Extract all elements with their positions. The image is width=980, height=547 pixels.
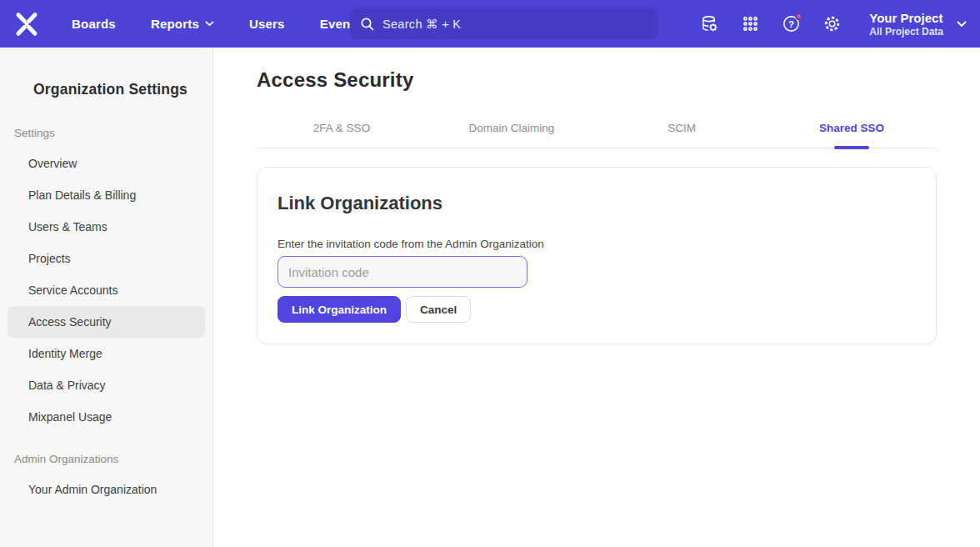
notification-dot <box>795 13 802 20</box>
search-input[interactable]: Search ⌘ + K <box>350 8 658 39</box>
sidebar-settings-list: Overview Plan Details & Billing Users & … <box>0 148 212 433</box>
nav-right-controls: ? Your Project All Project Data <box>699 10 980 38</box>
tab-2fa-sso[interactable]: 2FA & SSO <box>257 122 427 148</box>
mixpanel-logo[interactable] <box>0 12 53 37</box>
tab-label: Shared SSO <box>819 122 884 134</box>
sidebar-item-access-security[interactable]: Access Security <box>8 306 205 338</box>
help-icon[interactable]: ? <box>781 14 801 34</box>
chevron-down-icon <box>957 21 967 28</box>
sidebar-item-projects[interactable]: Projects <box>8 243 205 274</box>
sidebar-item-service-accounts[interactable]: Service Accounts <box>8 274 205 306</box>
page-title: Access Security <box>257 68 937 92</box>
nav-item-users[interactable]: Users <box>249 17 285 31</box>
apps-grid-icon[interactable] <box>740 14 760 34</box>
sidebar-item-overview[interactable]: Overview <box>8 148 205 179</box>
tab-domain-claiming[interactable]: Domain Claiming <box>427 122 597 148</box>
chevron-down-icon <box>205 21 214 27</box>
invitation-code-description: Enter the invitation code from the Admin… <box>278 238 916 250</box>
top-navigation-bar: Boards Reports Users Events Search ⌘ + K <box>0 0 980 48</box>
active-tab-underline <box>834 146 869 149</box>
sidebar-item-plan-details-billing[interactable]: Plan Details & Billing <box>8 179 205 211</box>
nav-item-label: Users <box>249 17 285 31</box>
project-selector[interactable]: Your Project All Project Data <box>869 10 967 38</box>
link-organizations-card: Link Organizations Enter the invitation … <box>257 167 937 344</box>
search-icon <box>360 17 375 32</box>
cancel-button[interactable]: Cancel <box>406 296 471 323</box>
sidebar-item-users-teams[interactable]: Users & Teams <box>8 211 205 243</box>
sidebar-admin-list: Your Admin Organization <box>0 474 212 505</box>
sidebar-section-admin-orgs-label: Admin Organizations <box>14 453 212 465</box>
tab-shared-sso[interactable]: Shared SSO <box>767 122 937 148</box>
search-placeholder: Search ⌘ + K <box>382 18 461 31</box>
project-name: Your Project <box>869 10 943 26</box>
nav-item-label: Reports <box>151 17 199 31</box>
card-buttons-row: Link Organization Cancel <box>278 296 916 323</box>
project-selector-labels: Your Project All Project Data <box>869 10 943 38</box>
settings-gear-icon[interactable] <box>822 14 842 34</box>
nav-item-label: Boards <box>72 17 116 31</box>
primary-nav-links: Boards Reports Users Events <box>72 17 362 31</box>
nav-item-boards[interactable]: Boards <box>72 17 116 31</box>
sidebar-item-identity-merge[interactable]: Identity Merge <box>8 338 205 369</box>
invitation-code-input[interactable] <box>278 256 528 288</box>
sidebar-item-your-admin-organization[interactable]: Your Admin Organization <box>8 474 205 505</box>
sidebar-item-data-privacy[interactable]: Data & Privacy <box>8 369 205 401</box>
data-management-icon[interactable] <box>699 14 719 34</box>
project-subtitle: All Project Data <box>869 26 943 38</box>
sidebar-title: Organization Settings <box>33 81 212 98</box>
main-content: Access Security 2FA & SSO Domain Claimin… <box>213 48 980 547</box>
sidebar-item-mixpanel-usage[interactable]: Mixpanel Usage <box>8 401 205 433</box>
mixpanel-logo-icon <box>14 12 39 37</box>
card-title: Link Organizations <box>278 193 916 214</box>
svg-text:?: ? <box>788 19 794 29</box>
tab-scim[interactable]: SCIM <box>597 122 767 148</box>
sidebar-section-settings-label: Settings <box>14 127 212 139</box>
access-security-tabs: 2FA & SSO Domain Claiming SCIM Shared SS… <box>257 122 937 148</box>
org-settings-sidebar: Organization Settings Settings Overview … <box>0 48 213 547</box>
link-organization-button[interactable]: Link Organization <box>278 296 401 323</box>
nav-item-reports[interactable]: Reports <box>151 17 214 31</box>
